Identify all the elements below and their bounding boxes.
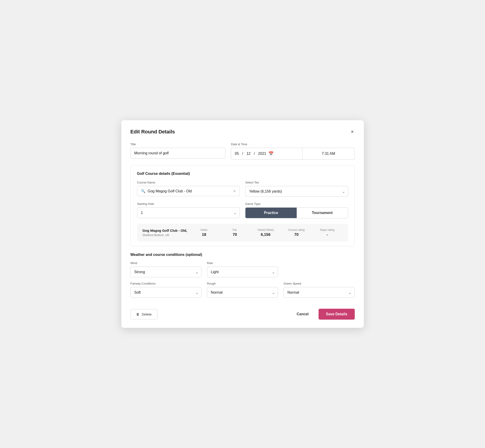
calendar-icon: 📅	[268, 151, 274, 156]
delete-button[interactable]: 🗑 Delete	[130, 309, 157, 319]
course-info-location: Shelford Bottom, UK	[143, 233, 189, 237]
date-day: 12	[246, 152, 251, 156]
rough-label: Rough	[207, 282, 278, 285]
rain-select-wrap: None Light Moderate Heavy ⌄	[207, 267, 278, 277]
course-tee-row: Course Name 🔍 Gog Magog Golf Club - Old …	[137, 181, 348, 197]
fairway-label: Fairway Conditions	[130, 282, 202, 285]
golf-course-section: Golf Course details (Essential) Course N…	[130, 165, 355, 246]
weather-section: Weather and course conditions (optional)…	[130, 253, 355, 298]
time-input[interactable]: 7:31 AM	[302, 148, 355, 160]
course-info-box: Gog Magog Golf Club - Old, Shelford Bott…	[137, 224, 348, 241]
starting-hole-wrap: 1 2 3 4 5 6 7 8 9 10 ⌄	[137, 207, 240, 218]
tournament-button[interactable]: Tournament	[297, 208, 348, 218]
green-speed-group: Green Speed Slow Normal Fast ⌄	[283, 282, 355, 298]
course-name-label: Course Name	[137, 181, 240, 184]
select-tee-wrap: Yellow (6,156 yards) White Red Blue ⌄	[245, 186, 348, 197]
yards-stat: Yards(Yellow) 6,156	[250, 228, 281, 237]
fairway-select-wrap: Soft Normal Hard ⌄	[130, 287, 202, 298]
starting-hole-dropdown[interactable]: 1 2 3 4 5 6 7 8 9 10	[137, 207, 240, 218]
golf-course-title: Golf Course details (Essential)	[137, 172, 348, 176]
holes-stat: Holes 18	[188, 228, 219, 237]
title-input[interactable]	[130, 148, 226, 159]
course-rating-label: Course rating	[288, 228, 305, 232]
date-month: 05	[235, 152, 239, 156]
modal-title: Edit Round Details	[130, 129, 175, 135]
select-tee-dropdown[interactable]: Yellow (6,156 yards) White Red Blue	[245, 186, 348, 197]
spacer	[283, 261, 355, 277]
rough-group: Rough Soft Normal Hard ⌄	[207, 282, 278, 298]
select-tee-group: Select Tee Yellow (6,156 yards) White Re…	[245, 181, 348, 197]
fairway-dropdown[interactable]: Soft Normal Hard	[130, 287, 202, 298]
slope-rating-label: Slope rating	[320, 228, 334, 232]
course-info-name: Gog Magog Golf Club - Old,	[143, 229, 189, 232]
rain-group: Rain None Light Moderate Heavy ⌄	[207, 261, 278, 277]
datetime-label: Date & Time	[231, 143, 355, 146]
slope-rating-value: -	[326, 232, 328, 237]
course-name-group: Course Name 🔍 Gog Magog Golf Club - Old …	[137, 181, 240, 197]
date-sep2: /	[253, 152, 256, 156]
close-button[interactable]: ×	[350, 128, 355, 135]
rough-select-wrap: Soft Normal Hard ⌄	[207, 287, 278, 298]
course-name-value: Gog Magog Golf Club - Old	[148, 189, 231, 193]
cancel-button[interactable]: Cancel	[292, 310, 313, 319]
search-icon: 🔍	[141, 189, 146, 193]
green-speed-select-wrap: Slow Normal Fast ⌄	[283, 287, 355, 298]
practice-button[interactable]: Practice	[245, 208, 297, 218]
date-input[interactable]: 05 / 12 / 2021 📅	[231, 148, 302, 160]
wind-group: Wind None Light Moderate Strong ⌄	[130, 261, 202, 277]
starting-hole-label: Starting Hole	[137, 202, 240, 206]
datetime-inputs: 05 / 12 / 2021 📅 7:31 AM	[231, 148, 355, 160]
rain-label: Rain	[207, 261, 278, 265]
game-type-label: Game Type	[245, 202, 348, 206]
slope-rating-stat: Slope rating -	[312, 228, 342, 237]
clear-course-icon[interactable]: ✕	[233, 189, 236, 193]
save-button[interactable]: Save Details	[319, 309, 355, 320]
par-stat: Par 70	[219, 228, 250, 237]
wind-dropdown[interactable]: None Light Moderate Strong	[130, 267, 202, 277]
edit-round-modal: Edit Round Details × Title Date & Time 0…	[121, 120, 364, 328]
modal-header: Edit Round Details ×	[130, 128, 355, 135]
wind-select-wrap: None Light Moderate Strong ⌄	[130, 267, 202, 277]
green-speed-dropdown[interactable]: Slow Normal Fast	[283, 287, 355, 298]
footer-right: Cancel Save Details	[292, 309, 355, 320]
holes-value: 18	[202, 232, 206, 237]
date-year: 2021	[258, 152, 267, 156]
hole-gametype-row: Starting Hole 1 2 3 4 5 6 7 8 9 10 ⌄	[137, 202, 348, 218]
delete-label: Delete	[142, 312, 152, 316]
starting-hole-group: Starting Hole 1 2 3 4 5 6 7 8 9 10 ⌄	[137, 202, 240, 218]
game-type-group: Game Type Practice Tournament	[245, 202, 348, 218]
wind-label: Wind	[130, 261, 202, 265]
select-tee-label: Select Tee	[245, 181, 348, 184]
course-info-name-block: Gog Magog Golf Club - Old, Shelford Bott…	[143, 229, 189, 237]
time-value: 7:31 AM	[322, 152, 335, 156]
yards-value: 6,156	[261, 232, 270, 237]
game-type-toggle: Practice Tournament	[245, 207, 348, 218]
rain-dropdown[interactable]: None Light Moderate Heavy	[207, 267, 278, 277]
course-name-input[interactable]: 🔍 Gog Magog Golf Club - Old ✕	[137, 186, 240, 196]
course-rating-stat: Course rating 70	[281, 228, 312, 237]
title-label: Title	[130, 143, 226, 146]
yards-label: Yards(Yellow)	[257, 228, 274, 232]
footer-row: 🗑 Delete Cancel Save Details	[130, 305, 355, 320]
holes-label: Holes	[201, 228, 208, 232]
weather-section-title: Weather and course conditions (optional)	[130, 253, 355, 257]
date-sep1: /	[241, 152, 244, 156]
par-value: 70	[233, 232, 237, 237]
course-rating-value: 70	[294, 232, 299, 237]
trash-icon: 🗑	[136, 312, 140, 316]
datetime-group: Date & Time 05 / 12 / 2021 📅 7:31 AM	[231, 143, 355, 160]
rough-dropdown[interactable]: Soft Normal Hard	[207, 287, 278, 298]
green-speed-label: Green Speed	[283, 282, 355, 285]
par-label: Par	[233, 228, 237, 232]
title-group: Title	[130, 143, 226, 160]
wind-rain-row: Wind None Light Moderate Strong ⌄ Rain N…	[130, 261, 355, 277]
title-datetime-row: Title Date & Time 05 / 12 / 2021 📅 7:31 …	[130, 143, 355, 160]
fairway-group: Fairway Conditions Soft Normal Hard ⌄	[130, 282, 202, 298]
fairway-rough-green-row: Fairway Conditions Soft Normal Hard ⌄ Ro…	[130, 282, 355, 298]
